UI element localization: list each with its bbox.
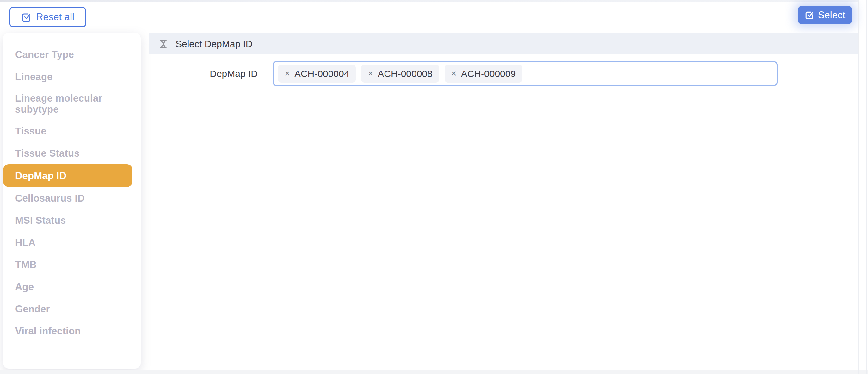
tag-value: ACH-000008 [377, 68, 432, 79]
sidebar-item-label: Lineage [15, 71, 53, 82]
select-label: Select [818, 9, 845, 21]
selected-tag[interactable]: × ACH-000009 [444, 64, 522, 83]
sidebar-item[interactable]: Viral infection [3, 320, 141, 342]
sidebar-item-label: HLA [15, 237, 35, 248]
sidebar-item[interactable]: DepMap ID [3, 164, 132, 187]
sidebar-item[interactable]: Cancer Type [3, 44, 141, 65]
reset-all-button[interactable]: Reset all [9, 7, 86, 27]
remove-tag-icon[interactable]: × [368, 69, 373, 78]
sidebar-item[interactable]: Cellosaurus ID [3, 187, 141, 209]
top-edge-strip [0, 0, 858, 2]
sidebar-item-label: Viral infection [15, 325, 81, 337]
sidebar-item[interactable]: Lineage [3, 65, 141, 88]
check-square-icon [21, 12, 31, 22]
selected-tag[interactable]: × ACH-000008 [361, 64, 439, 83]
filter-sidebar: Cancer Type Lineage Lineage molecular su… [3, 33, 141, 369]
sidebar-item[interactable]: TMB [3, 254, 141, 276]
depmap-id-field-label: DepMap ID [171, 64, 258, 83]
sidebar-item-label: TMB [15, 259, 37, 270]
selected-tag[interactable]: × ACH-000004 [278, 64, 356, 83]
sidebar-item-label: Cellosaurus ID [15, 193, 85, 204]
remove-tag-icon[interactable]: × [451, 69, 457, 78]
scrollbar-track[interactable] [859, 0, 868, 374]
select-button[interactable]: Select [798, 6, 852, 24]
tag-value: ACH-000004 [294, 68, 349, 79]
depmap-id-multiselect-input[interactable]: × ACH-000004 × ACH-000008 × ACH-000009 [273, 61, 778, 86]
panel-title: Select DepMap ID [176, 38, 252, 49]
sidebar-item[interactable]: Lineage molecular subytype [3, 88, 141, 120]
sidebar-item-label: Tissue [15, 125, 46, 137]
bottom-edge-strip [0, 370, 868, 374]
sidebar-item[interactable]: Age [3, 276, 141, 298]
sidebar-item-label: MSI Status [15, 215, 66, 226]
panel-header: Select DepMap ID [149, 33, 859, 54]
reset-all-label: Reset all [36, 11, 74, 23]
tag-value: ACH-000009 [461, 68, 516, 79]
sidebar-item[interactable]: HLA [3, 231, 141, 254]
sidebar-item-label: Lineage molecular subytype [15, 93, 134, 115]
sidebar-item-label: Age [15, 281, 34, 292]
sidebar-item-label: Tissue Status [15, 148, 80, 159]
sidebar-item-label: Gender [15, 304, 50, 315]
remove-tag-icon[interactable]: × [285, 69, 290, 78]
sidebar-item[interactable]: Tissue Status [3, 142, 141, 164]
hourglass-icon [159, 39, 167, 49]
sidebar-item-label: Cancer Type [15, 49, 74, 60]
check-square-icon [805, 10, 814, 20]
sidebar-item[interactable]: Gender [3, 298, 141, 320]
sidebar-item-label: DepMap ID [15, 170, 66, 181]
sidebar-item[interactable]: MSI Status [3, 209, 141, 231]
sidebar-item[interactable]: Tissue [3, 120, 141, 142]
